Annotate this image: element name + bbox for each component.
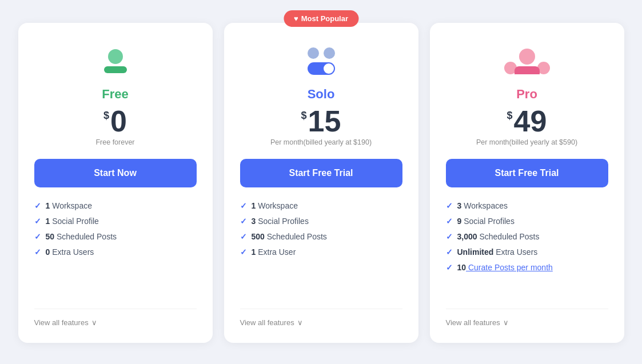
solo-toggle-icon <box>308 47 335 75</box>
pro-price-row: $ 49 <box>446 106 608 136</box>
pro-price-amount: 49 <box>514 106 547 136</box>
free-plan-icon-area <box>34 41 197 81</box>
feature-text: Social Profiles <box>256 217 309 226</box>
chevron-down-icon: ∨ <box>91 318 97 327</box>
feature-text: Scheduled Posts <box>477 232 540 241</box>
list-item: ✓ 0 Extra Users <box>34 247 197 257</box>
pro-plan-name: Pro <box>446 87 608 102</box>
list-item: ✓ 3 Workspaces <box>446 201 608 210</box>
solo-plan-icon-area <box>240 41 402 81</box>
free-view-all[interactable]: View all features ∨ <box>34 309 197 327</box>
pro-group-icon <box>504 49 550 74</box>
check-icon: ✓ <box>446 201 453 210</box>
list-item: ✓ 500 Scheduled Posts <box>240 232 402 241</box>
free-features-list: ✓ 1 Workspace ✓ 1 Social Profile ✓ 50 Sc… <box>34 201 197 295</box>
solo-plan-name: Solo <box>240 87 402 102</box>
solo-price-amount: 15 <box>308 106 341 136</box>
pro-plan-card: Pro $ 49 Per month(billed yearly at $590… <box>430 23 624 343</box>
check-icon: ✓ <box>446 263 453 272</box>
feature-text: Extra Users <box>50 247 94 257</box>
check-icon: ✓ <box>34 217 41 226</box>
list-item: ✓ 1 Extra User <box>240 247 402 257</box>
pro-features-list: ✓ 3 Workspaces ✓ 9 Social Profiles ✓ 3,0… <box>446 201 608 295</box>
feature-bold: 3,000 <box>457 232 477 241</box>
solo-plan-card: ♥ Most Popular Solo $ 15 Per month(bille… <box>224 23 418 343</box>
solo-price-sub: Per month(billed yearly at $190) <box>240 138 402 146</box>
check-icon: ✓ <box>240 232 247 241</box>
solo-dot-left <box>308 47 319 59</box>
pro-icon-main-head <box>519 49 535 65</box>
list-item: ✓ 9 Social Profiles <box>446 217 608 226</box>
free-plan-card: Free $ 0 Free forever Start Now ✓ 1 Work… <box>18 23 213 343</box>
list-item: ✓ 10 Curate Posts per month <box>446 263 608 272</box>
check-icon: ✓ <box>446 247 453 257</box>
solo-price-dollar: $ <box>301 110 307 122</box>
pro-icon-main-body <box>515 66 540 74</box>
list-item: ✓ 1 Workspace <box>240 201 402 210</box>
free-icon-head <box>108 49 123 64</box>
feature-text: Workspaces <box>461 201 508 210</box>
solo-view-all[interactable]: View all features ∨ <box>240 309 402 327</box>
check-icon: ✓ <box>34 247 41 257</box>
chevron-down-icon: ∨ <box>297 318 303 327</box>
pro-cta-button[interactable]: Start Free Trial <box>446 159 608 187</box>
feature-text: Scheduled Posts <box>54 232 117 241</box>
pricing-container: Free $ 0 Free forever Start Now ✓ 1 Work… <box>1 0 641 364</box>
list-item: ✓ 3 Social Profiles <box>240 217 402 226</box>
list-item: ✓ 50 Scheduled Posts <box>34 232 197 241</box>
feature-bold: 10 <box>457 263 466 272</box>
pro-price-dollar: $ <box>507 110 513 122</box>
list-item: ✓ 1 Social Profile <box>34 217 197 226</box>
feature-text: Workspace <box>256 201 298 210</box>
list-item: ✓ 3,000 Scheduled Posts <box>446 232 608 241</box>
check-icon: ✓ <box>34 232 41 241</box>
solo-toggle-track <box>308 62 335 75</box>
check-icon: ✓ <box>240 217 247 226</box>
solo-features-list: ✓ 1 Workspace ✓ 3 Social Profiles ✓ 500 … <box>240 201 402 295</box>
check-icon: ✓ <box>446 217 453 226</box>
feature-text: Extra User <box>256 247 296 257</box>
feature-bold: Unlimited <box>457 247 494 257</box>
feature-text: Workspace <box>50 201 92 210</box>
feature-text: Social Profile <box>50 217 99 226</box>
free-user-icon <box>104 49 127 73</box>
pro-plan-icon-area <box>446 41 608 81</box>
pro-price-sub: Per month(billed yearly at $590) <box>446 138 608 146</box>
free-price-amount: 0 <box>110 106 127 136</box>
feature-text: Extra Users <box>493 247 537 257</box>
check-icon: ✓ <box>240 247 247 257</box>
free-price-dollar: $ <box>103 110 109 122</box>
pro-view-all[interactable]: View all features ∨ <box>446 309 608 327</box>
list-item: ✓ Unlimited Extra Users <box>446 247 608 257</box>
free-price-sub: Free forever <box>34 138 197 146</box>
free-cta-button[interactable]: Start Now <box>34 159 197 187</box>
solo-toggle-thumb <box>324 63 334 74</box>
feature-text: Scheduled Posts <box>265 232 327 241</box>
most-popular-badge: ♥ Most Popular <box>284 10 358 27</box>
list-item: ✓ 1 Workspace <box>34 201 197 210</box>
solo-dot-right <box>324 47 335 59</box>
feature-bold: 500 <box>252 232 265 241</box>
solo-cta-button[interactable]: Start Free Trial <box>240 159 402 187</box>
feature-bold: 50 <box>46 232 55 241</box>
pro-icon-person-main <box>515 49 540 74</box>
feature-link[interactable]: Curate Posts per month <box>466 263 553 272</box>
chevron-down-icon: ∨ <box>503 318 509 327</box>
check-icon: ✓ <box>34 201 41 210</box>
feature-text: Social Profiles <box>461 217 515 226</box>
free-plan-name: Free <box>34 87 197 102</box>
heart-icon: ♥ <box>294 14 298 23</box>
free-price-row: $ 0 <box>34 106 197 136</box>
free-icon-body <box>104 66 127 73</box>
check-icon: ✓ <box>446 232 453 241</box>
check-icon: ✓ <box>240 201 247 210</box>
solo-price-row: $ 15 <box>240 106 402 136</box>
solo-dots-row <box>308 47 335 59</box>
